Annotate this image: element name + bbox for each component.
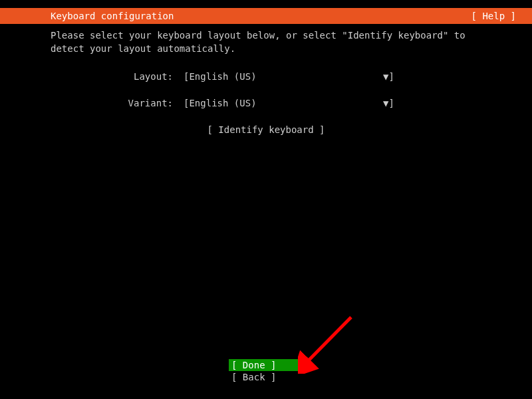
chevron-down-icon: ▼: [375, 98, 388, 108]
variant-field-row: Variant: [ English (US)▼ ]: [51, 98, 481, 108]
layout-field-row: Layout: [ English (US)▼ ]: [51, 71, 481, 82]
back-button[interactable]: [ Back ]: [229, 371, 303, 383]
variant-dropdown[interactable]: [ English (US)▼ ]: [184, 98, 394, 108]
page-title: Keyboard configuration: [51, 11, 174, 21]
layout-value: English (US): [189, 71, 375, 82]
footer: [ Done ] [ Back ]: [0, 359, 532, 383]
identify-keyboard-button[interactable]: [ Identify keyboard ]: [207, 124, 325, 135]
svg-line-1: [307, 317, 351, 362]
identify-row: [ Identify keyboard ]: [51, 124, 481, 135]
main-content: Please select your keyboard layout below…: [0, 24, 532, 135]
help-button[interactable]: [ Help ]: [471, 11, 516, 21]
chevron-down-icon: ▼: [375, 71, 388, 82]
instruction-text: Please select your keyboard layout below…: [51, 29, 481, 55]
title-bar: Keyboard configuration [ Help ]: [0, 8, 532, 24]
layout-label: Layout:: [51, 71, 184, 82]
variant-value: English (US): [189, 98, 375, 108]
done-button[interactable]: [ Done ]: [229, 359, 303, 371]
variant-label: Variant:: [51, 98, 184, 108]
layout-dropdown[interactable]: [ English (US)▼ ]: [184, 71, 394, 82]
